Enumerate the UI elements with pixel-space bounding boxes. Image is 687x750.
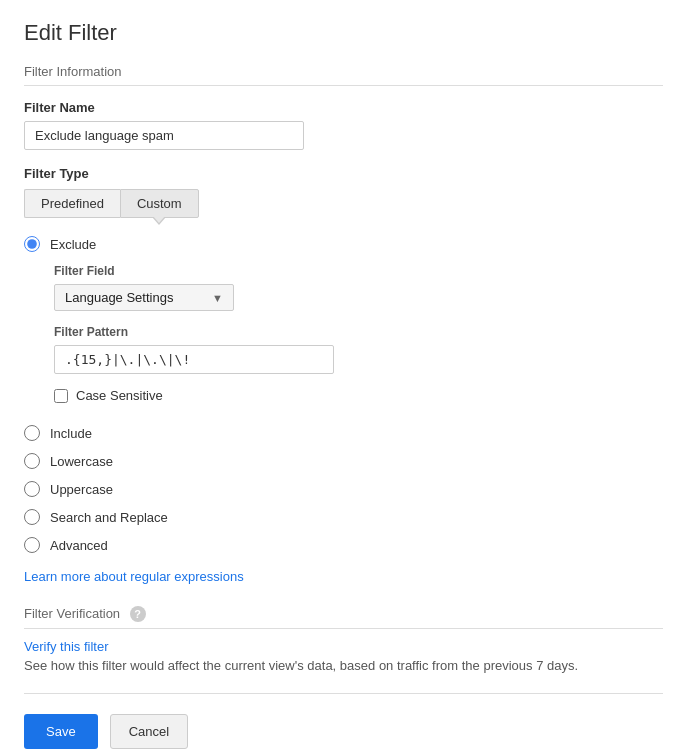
filter-field-dropdown[interactable]: Language Settings ▼ (54, 284, 234, 311)
verify-description: See how this filter would affect the cur… (24, 658, 578, 673)
tab-custom[interactable]: Custom (120, 189, 199, 218)
filter-information-section-label: Filter Information (24, 64, 663, 86)
filter-name-input[interactable] (24, 121, 304, 150)
filter-verification-section: Filter Verification ? Verify this filter… (24, 606, 663, 673)
case-sensitive-label[interactable]: Case Sensitive (76, 388, 163, 403)
radio-advanced-input[interactable] (24, 537, 40, 553)
radio-search-replace-input[interactable] (24, 509, 40, 525)
case-sensitive-row: Case Sensitive (54, 388, 663, 403)
filter-field-label: Filter Field (54, 264, 663, 278)
save-button[interactable]: Save (24, 714, 98, 749)
filter-pattern-input[interactable] (54, 345, 334, 374)
divider (24, 693, 663, 694)
cancel-button[interactable]: Cancel (110, 714, 188, 749)
radio-exclude-input[interactable] (24, 236, 40, 252)
button-row: Save Cancel (24, 714, 663, 749)
other-options-section: Include Lowercase Uppercase Search and R… (24, 425, 663, 553)
filter-field-dropdown-value: Language Settings (65, 290, 173, 305)
radio-exclude-label[interactable]: Exclude (50, 237, 96, 252)
radio-uppercase-label[interactable]: Uppercase (50, 482, 113, 497)
radio-advanced: Advanced (24, 537, 663, 553)
filter-type-tab-group: Predefined Custom (24, 189, 663, 218)
radio-search-replace: Search and Replace (24, 509, 663, 525)
help-icon: ? (130, 606, 146, 622)
case-sensitive-checkbox[interactable] (54, 389, 68, 403)
filter-pattern-section: Filter Pattern (54, 325, 663, 374)
filter-type-label: Filter Type (24, 166, 663, 181)
radio-include-input[interactable] (24, 425, 40, 441)
filter-pattern-label: Filter Pattern (54, 325, 663, 339)
radio-lowercase: Lowercase (24, 453, 663, 469)
radio-search-replace-label[interactable]: Search and Replace (50, 510, 168, 525)
radio-lowercase-input[interactable] (24, 453, 40, 469)
verify-filter-link[interactable]: Verify this filter (24, 639, 109, 654)
exclude-sub-panel: Filter Field Language Settings ▼ Filter … (54, 264, 663, 403)
radio-uppercase: Uppercase (24, 481, 663, 497)
radio-lowercase-label[interactable]: Lowercase (50, 454, 113, 469)
radio-include-label[interactable]: Include (50, 426, 92, 441)
filter-verification-label: Filter Verification ? (24, 606, 663, 629)
radio-advanced-label[interactable]: Advanced (50, 538, 108, 553)
page-title: Edit Filter (24, 20, 663, 46)
filter-verification-section-title: Filter Verification (24, 606, 120, 621)
radio-uppercase-input[interactable] (24, 481, 40, 497)
learn-more-link[interactable]: Learn more about regular expressions (24, 569, 663, 584)
verify-row: Verify this filter See how this filter w… (24, 639, 663, 673)
chevron-down-icon: ▼ (212, 292, 223, 304)
tab-predefined[interactable]: Predefined (24, 189, 120, 218)
custom-panel: Exclude Filter Field Language Settings ▼… (24, 236, 663, 403)
radio-include: Include (24, 425, 663, 441)
filter-name-label: Filter Name (24, 100, 663, 115)
radio-exclude: Exclude (24, 236, 663, 252)
